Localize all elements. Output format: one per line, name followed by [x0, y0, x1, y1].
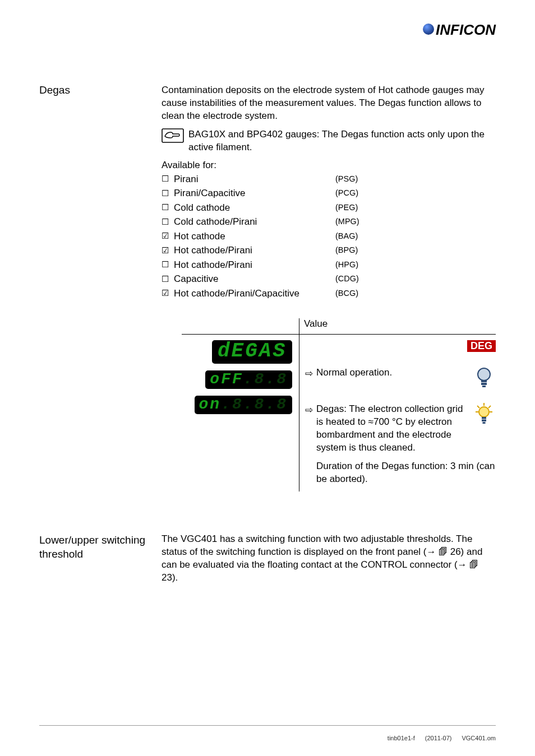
- degas-heading: Degas: [39, 84, 162, 491]
- logo-globe-icon: [423, 24, 434, 35]
- svg-point-10: [479, 407, 489, 417]
- footer-text: tinb01e1-f(2011-07)VGC401.om: [388, 735, 496, 741]
- svg-line-7: [488, 406, 491, 408]
- available-for-label: Available for:: [162, 160, 496, 171]
- page-ref-icon: 🗐: [439, 547, 450, 556]
- seg-display-on: on.8.8.8: [195, 396, 292, 414]
- gauge-name: Cold cathode/Pirani: [174, 215, 335, 229]
- gauge-row: ☐Pirani/Capacitive(PCG): [162, 186, 496, 201]
- gauge-checkbox: ☐: [162, 173, 174, 185]
- gauge-row: ☑Hot cathode(BAG): [162, 229, 496, 244]
- gauge-code: (HPG): [335, 259, 358, 271]
- svg-rect-11: [482, 417, 486, 419]
- value-on-text: Degas: The electron collection grid is h…: [316, 403, 472, 454]
- gauge-code: (PSG): [335, 173, 358, 185]
- gauge-checkbox: ☑: [162, 230, 174, 243]
- hand-point-icon: [162, 128, 188, 146]
- gauge-code: (BPG): [335, 244, 358, 257]
- gauge-checkbox: ☑: [162, 287, 174, 300]
- gauge-checkbox: ☐: [162, 273, 174, 286]
- deg-badge: DEG: [467, 340, 496, 352]
- gauge-name: Hot cathode/Pirani: [174, 258, 335, 272]
- gauge-row: ☐Hot cathode/Pirani(HPG): [162, 258, 496, 272]
- svg-rect-12: [482, 420, 486, 422]
- gauge-code: (PCG): [335, 187, 358, 200]
- degas-description: Contamination deposits on the electrode …: [162, 84, 496, 123]
- degas-duration-text: Duration of the Degas function: 3 min (c…: [305, 460, 496, 486]
- gauge-row: ☐Cold cathode(PEG): [162, 201, 496, 215]
- footer-filename: VGC401.om: [462, 735, 496, 741]
- gauge-checkbox: ☐: [162, 201, 174, 214]
- footer-divider: [39, 725, 496, 726]
- gauge-name: Hot cathode/Pirani/Capacitive: [174, 286, 335, 301]
- logo-text: INFICON: [436, 21, 496, 39]
- value-column-header: Value: [299, 318, 496, 334]
- svg-rect-3: [481, 383, 487, 385]
- gauge-checkbox: ☐: [162, 258, 174, 271]
- arrow-icon: ⇨: [305, 367, 316, 379]
- gauge-row: ☐Capacitive(CDG): [162, 272, 496, 286]
- gauge-name: Hot cathode/Pirani: [174, 243, 335, 258]
- gauge-code: (BCG): [335, 287, 358, 300]
- gauge-checkbox: ☐: [162, 187, 174, 200]
- threshold-text-c: ).: [172, 572, 178, 583]
- gauge-name: Pirani/Capacitive: [174, 186, 335, 201]
- bulb-on-icon: [472, 403, 496, 429]
- degas-tip-text: BAG10X and BPG402 gauges: The Degas func…: [188, 128, 496, 154]
- gauge-code: (BAG): [335, 230, 358, 243]
- gauge-row: ☐Pirani(PSG): [162, 172, 496, 187]
- threshold-heading: Lower/upper switching threshold: [39, 533, 162, 590]
- arrow-icon: ⇨: [305, 403, 316, 416]
- svg-rect-2: [481, 380, 487, 382]
- available-for-block: Available for: ☐Pirani(PSG)☐Pirani/Capac…: [162, 160, 496, 301]
- gauge-name: Cold cathode: [174, 201, 335, 215]
- section-degas: Degas Contamination deposits on the elec…: [39, 84, 496, 491]
- gauge-checkbox: ☑: [162, 244, 174, 257]
- seg-display-degas: dEGAS: [212, 340, 292, 364]
- threshold-text-a: The VGC401 has a switching function with…: [162, 534, 472, 557]
- footer-date: (2011-07): [425, 735, 452, 741]
- gauge-code: (CDG): [335, 273, 359, 285]
- gauge-name: Hot cathode: [174, 229, 335, 244]
- threshold-page2: 23: [162, 572, 172, 583]
- svg-rect-4: [482, 386, 486, 387]
- svg-line-6: [477, 406, 479, 408]
- gauge-code: (MPG): [335, 216, 359, 228]
- page-ref-icon: 🗐: [469, 560, 478, 569]
- svg-point-1: [478, 368, 490, 381]
- degas-tip-row: BAG10X and BPG402 gauges: The Degas func…: [162, 128, 496, 154]
- degas-value-table: Value dEGAS oFF.8.8 on.8.8.8 DEG ⇨: [182, 318, 496, 491]
- section-threshold: Lower/upper switching threshold The VGC4…: [39, 533, 496, 590]
- gauge-checkbox: ☐: [162, 216, 174, 229]
- seg-display-off: oFF.8.8: [205, 370, 292, 389]
- gauge-name: Capacitive: [174, 272, 335, 286]
- value-off-text: Normal operation.: [316, 367, 472, 379]
- brand-logo: INFICON: [423, 21, 496, 39]
- bulb-off-icon: [472, 367, 496, 393]
- gauge-row: ☐Cold cathode/Pirani(MPG): [162, 215, 496, 229]
- svg-rect-13: [483, 422, 486, 424]
- footer-doc-id: tinb01e1-f: [388, 735, 415, 741]
- threshold-text: The VGC401 has a switching function with…: [162, 533, 496, 585]
- gauge-row: ☑Hot cathode/Pirani(BPG): [162, 243, 496, 258]
- gauge-code: (PEG): [335, 202, 358, 214]
- gauge-name: Pirani: [174, 172, 335, 187]
- threshold-page1: 26: [450, 546, 461, 557]
- gauge-row: ☑Hot cathode/Pirani/Capacitive(BCG): [162, 286, 496, 301]
